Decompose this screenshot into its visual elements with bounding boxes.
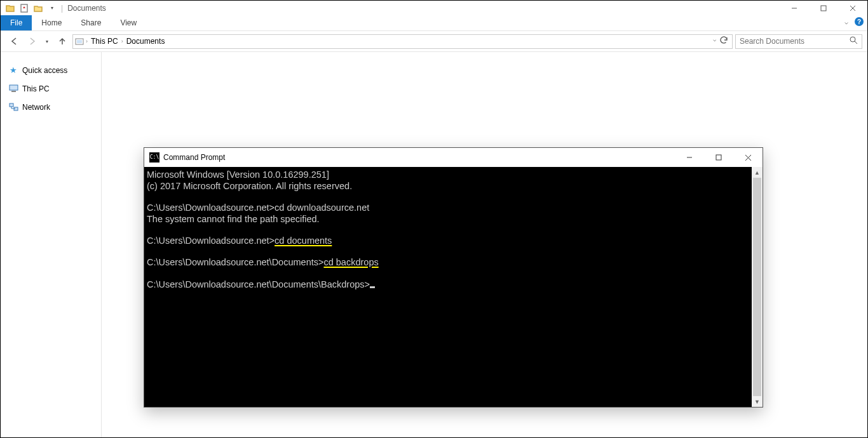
scroll-thumb[interactable] — [753, 178, 761, 396]
pc-icon — [8, 84, 18, 94]
svg-point-4 — [850, 37, 855, 42]
nav-tree: ★ Quick access This PC Network — [1, 52, 102, 437]
cmd-title: Command Prompt — [163, 153, 225, 162]
ribbon: File Home Share View ⌵ ? — [1, 15, 867, 31]
maximize-button[interactable] — [809, 1, 838, 15]
label: Network — [22, 103, 50, 112]
cmd-line: Microsoft Windows [Version 10.0.16299.25… — [147, 169, 329, 180]
cmd-line: C:\Users\Downloadsource.net> — [147, 236, 275, 246]
minimize-button[interactable] — [780, 1, 809, 15]
quick-access-header[interactable]: ★ Quick access — [1, 62, 101, 78]
network-header[interactable]: Network — [1, 99, 101, 115]
svg-rect-5 — [10, 85, 18, 90]
cmd-highlight: cd backdrops — [323, 257, 378, 267]
search-icon[interactable] — [850, 36, 858, 46]
svg-rect-7 — [10, 103, 13, 107]
close-button[interactable] — [838, 1, 867, 15]
cmd-highlight: cd documents — [275, 236, 332, 246]
svg-rect-9 — [716, 155, 721, 160]
scroll-down-icon[interactable]: ▼ — [752, 396, 763, 407]
up-button[interactable] — [54, 34, 70, 50]
ribbon-expand-icon[interactable]: ⌵ — [844, 18, 848, 25]
tab-home[interactable]: Home — [32, 15, 71, 30]
address-bar[interactable]: › This PC › Documents ⌵ — [72, 34, 733, 49]
open-icon[interactable] — [31, 1, 45, 15]
address-dropdown-icon[interactable]: ⌵ — [713, 36, 716, 46]
forward-button — [24, 34, 40, 50]
tab-share[interactable]: Share — [71, 15, 111, 30]
chevron-right-icon[interactable]: › — [86, 38, 88, 44]
cmd-title-bar[interactable]: C:\ Command Prompt — [144, 148, 763, 167]
tab-view[interactable]: View — [111, 15, 146, 30]
breadcrumb[interactable]: This PC — [89, 37, 120, 46]
cmd-line: C:\Users\Downloadsource.net\Documents> — [147, 257, 323, 267]
cmd-line: (c) 2017 Microsoft Corporation. All righ… — [147, 181, 352, 191]
cmd-icon: C:\ — [149, 152, 159, 163]
folder-icon — [74, 36, 85, 46]
cmd-window: C:\ Command Prompt Microsoft Windows [Ve… — [144, 147, 763, 408]
cmd-line: C:\Users\Downloadsource.net> — [147, 202, 275, 213]
cmd-line: The system cannot find the path specifie… — [147, 214, 320, 224]
label: This PC — [22, 84, 50, 93]
nav-bar: ▾ › This PC › Documents ⌵ — [1, 31, 867, 52]
window-title: Documents — [67, 4, 106, 13]
qat-dropdown[interactable]: ▾ — [45, 1, 59, 15]
cmd-terminal[interactable]: Microsoft Windows [Version 10.0.16299.25… — [144, 167, 752, 407]
chevron-right-icon[interactable]: › — [121, 38, 123, 44]
svg-rect-1 — [821, 6, 826, 11]
qat: ▾ — [3, 1, 59, 15]
breadcrumb[interactable]: Documents — [125, 37, 167, 46]
svg-rect-6 — [11, 91, 16, 92]
folder-icon — [3, 1, 17, 15]
this-pc-header[interactable]: This PC — [1, 81, 101, 96]
cmd-line: cd downloadsource.net — [275, 202, 369, 213]
star-icon: ★ — [8, 65, 18, 76]
recent-dropdown[interactable]: ▾ — [43, 34, 51, 50]
search-box[interactable] — [735, 34, 862, 49]
properties-icon[interactable] — [17, 1, 31, 15]
label: Quick access — [22, 66, 67, 75]
back-button[interactable] — [6, 34, 22, 50]
cursor — [370, 286, 375, 288]
svg-rect-3 — [77, 40, 82, 43]
cmd-scrollbar[interactable]: ▲ ▼ — [752, 167, 763, 407]
cmd-line: C:\Users\Downloadsource.net\Documents\Ba… — [147, 279, 370, 289]
scroll-up-icon[interactable]: ▲ — [752, 167, 763, 178]
search-input[interactable] — [740, 37, 848, 46]
network-icon — [8, 102, 18, 112]
title-bar: ▾ | Documents — [1, 1, 867, 15]
refresh-icon[interactable] — [720, 36, 728, 46]
cmd-close-button[interactable] — [733, 148, 763, 167]
cmd-minimize-button[interactable] — [675, 148, 704, 167]
cmd-maximize-button[interactable] — [704, 148, 733, 167]
help-icon[interactable]: ? — [855, 17, 864, 26]
tab-file[interactable]: File — [1, 15, 32, 30]
